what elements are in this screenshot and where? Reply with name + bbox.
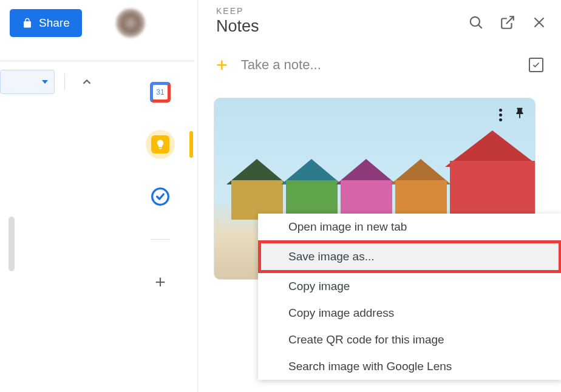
rail-divider [151,239,170,240]
open-external-icon[interactable] [500,15,515,30]
pin-icon [513,107,526,120]
new-list-button[interactable] [529,58,543,72]
avatar[interactable] [116,8,145,38]
svg-line-3 [506,16,514,24]
lock-icon [22,18,33,29]
calendar-app-button[interactable] [146,78,175,107]
close-icon[interactable] [531,15,547,30]
chevron-down-icon [42,80,48,84]
svg-line-2 [478,25,482,29]
search-icon[interactable] [468,15,484,30]
menu-item-open-new-tab[interactable]: Open image in new tab [258,214,561,240]
pin-button[interactable] [513,107,526,123]
context-menu: Open image in new tab Save image as... C… [258,214,561,380]
svg-point-1 [471,17,480,26]
tasks-app-button[interactable] [146,182,175,211]
keep-icon [151,135,169,154]
panel-brand: KEEP [216,6,259,16]
toolbar-divider [0,61,194,61]
note-placeholder: Take a note... [241,57,515,73]
share-label: Share [39,16,70,30]
menu-item-copy-image[interactable]: Copy image [258,273,561,300]
more-options-button[interactable] [499,109,502,121]
menu-item-copy-image-address[interactable]: Copy image address [258,300,561,326]
scrollbar[interactable] [8,217,15,271]
menu-item-save-image-as[interactable]: Save image as... [258,240,561,273]
side-rail: + [127,66,193,297]
keep-app-button[interactable] [146,130,175,159]
panel-title: Notes [216,17,259,36]
take-note-input[interactable]: + Take a note... [198,46,561,84]
plus-icon: + [216,55,228,75]
chevron-up-icon [80,75,93,89]
collapse-up-button[interactable] [75,70,99,94]
dropdown-selector[interactable] [0,70,55,94]
plus-icon: + [155,272,166,292]
checkbox-icon [532,61,540,69]
calendar-icon [150,82,171,103]
add-app-button[interactable]: + [146,268,175,297]
share-button[interactable]: Share [10,9,82,37]
menu-item-search-lens[interactable]: Search image with Google Lens [258,353,561,380]
menu-item-create-qr[interactable]: Create QR code for this image [258,326,561,353]
vertical-separator [64,73,65,90]
tasks-icon [151,187,170,206]
